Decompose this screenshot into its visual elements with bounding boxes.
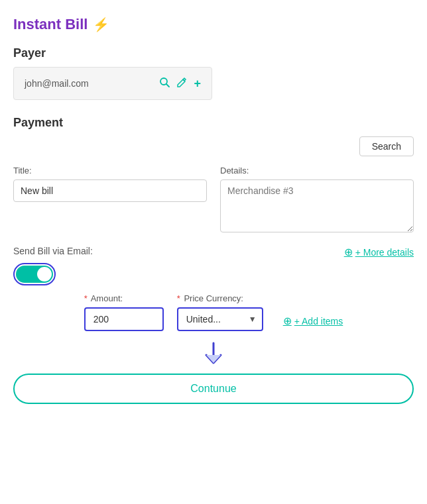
currency-group: * Price Currency: United... Euro (EUR) B… bbox=[177, 293, 263, 331]
more-details-icon: ⊕ bbox=[344, 246, 353, 258]
send-email-left: Send Bill via Email: bbox=[13, 246, 93, 285]
details-label: Details: bbox=[220, 166, 414, 176]
amount-label-text: Amount: bbox=[91, 293, 123, 303]
payment-section-label: Payment bbox=[13, 116, 414, 130]
search-row: Search bbox=[13, 136, 414, 156]
toggle-track[interactable] bbox=[16, 266, 53, 283]
currency-select[interactable]: United... Euro (EUR) British Pound (GBP) bbox=[177, 307, 263, 331]
currency-wrapper: United... Euro (EUR) British Pound (GBP)… bbox=[177, 307, 263, 331]
toggle-thumb bbox=[37, 267, 52, 281]
payer-email: john@mail.com bbox=[25, 78, 89, 89]
add-items-icon: ⊕ bbox=[283, 315, 292, 327]
title-input[interactable] bbox=[13, 179, 207, 202]
currency-label-text: Price Currency: bbox=[184, 293, 243, 303]
toggle-wrapper[interactable] bbox=[13, 263, 56, 285]
page-title: Instant Bill ⚡ bbox=[13, 16, 414, 33]
payer-box: john@mail.com + bbox=[13, 67, 212, 100]
arrow-down-icon bbox=[203, 342, 224, 366]
send-email-row: Send Bill via Email: ⊕ + More details bbox=[13, 246, 414, 285]
add-items-label: + Add items bbox=[294, 316, 343, 327]
payer-icons: + bbox=[159, 77, 201, 90]
add-payer-icon[interactable]: + bbox=[194, 77, 201, 89]
continue-button[interactable]: Contunue bbox=[13, 374, 414, 404]
arrow-down-wrapper bbox=[13, 342, 414, 366]
edit-payer-icon[interactable] bbox=[176, 77, 187, 90]
add-items-link[interactable]: ⊕ + Add items bbox=[283, 315, 343, 327]
amount-label: * Amount: bbox=[84, 293, 164, 303]
amount-group: * Amount: bbox=[84, 293, 164, 331]
search-button[interactable]: Search bbox=[359, 136, 414, 156]
payment-section: Payment Search Title: Details: bbox=[13, 116, 414, 232]
title-text: Instant Bill bbox=[13, 16, 88, 33]
more-details-link[interactable]: ⊕ + More details bbox=[344, 246, 414, 258]
lightning-icon: ⚡ bbox=[93, 17, 109, 32]
more-details-label: + More details bbox=[355, 247, 414, 258]
amount-currency-row: * Amount: * Price Currency: United... Eu… bbox=[13, 293, 414, 331]
send-email-label: Send Bill via Email: bbox=[13, 246, 93, 256]
svg-line-1 bbox=[166, 84, 169, 87]
bottom-section: Contunue bbox=[13, 374, 414, 404]
amount-required-star: * bbox=[84, 293, 88, 303]
search-payer-icon[interactable] bbox=[159, 77, 170, 90]
title-group: Title: bbox=[13, 166, 207, 232]
title-label: Title: bbox=[13, 166, 207, 176]
details-group: Details: bbox=[220, 166, 414, 232]
amount-input[interactable] bbox=[84, 307, 164, 331]
title-details-row: Title: Details: bbox=[13, 166, 414, 232]
currency-required-star: * bbox=[177, 293, 180, 303]
details-textarea[interactable] bbox=[220, 179, 414, 232]
currency-label: * Price Currency: bbox=[177, 293, 263, 303]
payer-section-label: Payer bbox=[13, 46, 414, 60]
